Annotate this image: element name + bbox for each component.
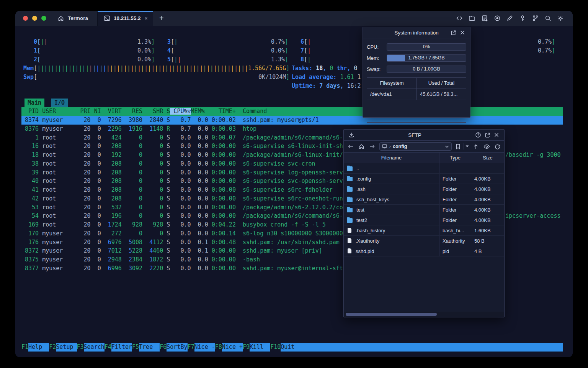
size-column-header[interactable]: Size [471,153,504,163]
sftp-file-row[interactable]: .configFolder4.00KB [344,174,504,184]
close-window-button[interactable] [23,16,28,21]
forward-icon[interactable] [369,143,376,150]
file-icon [347,238,353,243]
session-tab[interactable]: 10.211.55.2 × [97,11,153,26]
file-type [439,163,471,173]
bookmark-caret-icon[interactable] [466,145,469,148]
help-icon[interactable] [474,131,482,139]
bookmark-icon[interactable] [454,143,462,150]
fkey-label-F6[interactable]: SortBy [167,343,187,352]
fkey-F9[interactable]: F9 [243,343,250,352]
fkey-label-F5[interactable]: Tree [139,343,160,352]
zoom-window-button[interactable] [41,16,46,21]
fkey-label-F7[interactable]: Nice - [194,343,215,352]
breadcrumb-separator: › [389,144,391,149]
fkey-F10[interactable]: F10 [270,343,281,352]
pencil-icon[interactable] [506,15,514,22]
sysinfo-swap-row: Swap: 0 B / 1.00GB [367,64,466,75]
back-icon[interactable] [347,143,354,150]
key-icon[interactable] [519,15,526,22]
file-type: Folder [439,194,471,204]
search-icon[interactable] [544,15,552,22]
sftp-file-row[interactable]: testFolder4.00KB [344,205,504,215]
cpu-meter-3: 3[| 0.7%] [167,38,288,46]
swap-label: Swap: [367,66,387,72]
filesystem-row[interactable]: /dev/vda145.61GB / 58.3... [367,89,466,100]
fkey-label-F2[interactable]: Setup [56,343,77,352]
minimize-window-button[interactable] [32,16,37,21]
sftp-file-row[interactable]: sshd.pidpid4 B [344,246,504,256]
fkey-F5[interactable]: F5 [132,343,139,352]
folder-icon [347,217,353,223]
folder-icon [347,186,353,192]
open-in-window-icon[interactable] [449,29,457,36]
settings-icon[interactable] [557,15,564,22]
sftp-file-row[interactable]: test2Folder4.00KB [344,215,504,225]
fkey-F3[interactable]: F3 [77,343,84,352]
fkey-F6[interactable]: F6 [160,343,167,352]
folder-icon[interactable] [468,15,476,22]
sftp-file-row[interactable]: ssh_host_keysFolder4.00KB [344,194,504,205]
toolbar-icons [456,15,573,22]
file-type: Folder [439,205,471,215]
app-home-tab[interactable]: Termora [57,15,88,22]
htop-tab-io[interactable]: I/O [51,99,68,107]
fkey-label-F3[interactable]: Search [84,343,105,352]
process-row[interactable]: 8374 myuser 20 0 7296 3980 2840 S 0.7 0.… [21,116,563,125]
swap-value: 0 B / 1.00GB [387,66,466,72]
home-icon[interactable] [358,143,365,150]
file-type: Folder [439,184,471,194]
file-type: Xauthority [439,236,471,246]
process-table-header[interactable]: PID USER PRI NI VIRT RES SHR S CPU%▽MEM%… [21,107,563,116]
file-size [471,163,504,173]
close-panel-icon[interactable] [459,29,466,36]
sftp-table-header[interactable]: Filename Type Size [344,153,504,163]
new-tab-button[interactable]: + [159,14,164,23]
filesystem-column-header: Filesystem [367,78,417,89]
fkey-bar-fill [302,343,563,352]
traffic-lights [15,16,46,21]
sftp-file-row[interactable]: .bash_historybash_hi...1.60KB [344,225,504,236]
sysinfo-title: System information [384,30,449,36]
scrollbar-thumb[interactable] [346,313,437,316]
breadcrumb-path: config [393,144,407,149]
code-icon[interactable] [456,15,463,22]
sftp-file-row[interactable]: .. [344,163,504,174]
type-column-header[interactable]: Type [439,153,471,163]
close-tab-icon[interactable]: × [145,15,148,21]
filesystem-table: Filesystem Used / Total /dev/vda145.61GB… [367,77,466,123]
htop-tab-main[interactable]: Main [24,99,44,107]
refresh-icon[interactable] [494,143,501,150]
session-tab-label: 10.211.55.2 [114,15,141,21]
show-hidden-eye-icon[interactable] [483,143,490,150]
fkey-label-F10[interactable]: Quit [281,343,301,352]
fkey-label-F4[interactable]: Filter [111,343,132,352]
git-branch-icon[interactable] [531,15,539,22]
sftp-file-row[interactable]: .XauthorityXauthority58 B [344,236,504,246]
fkey-F4[interactable]: F4 [105,343,111,352]
log-document-icon[interactable] [481,15,488,22]
chevron-down-icon[interactable] [445,145,449,148]
horizontal-scrollbar[interactable] [344,312,504,317]
folder-icon [347,166,353,171]
download-icon[interactable] [348,131,355,139]
record-icon[interactable] [493,15,501,22]
fkey-F8[interactable]: F8 [215,343,222,352]
file-type: pid [439,246,471,256]
fkey-label-F8[interactable]: Nice + [222,343,243,352]
sysinfo-title-bar: System information [363,27,470,38]
swap-progress-bar: 0 B / 1.00GB [387,66,466,73]
sftp-file-row[interactable]: .sshFolder4.00KB [344,184,504,194]
fkey-F2[interactable]: F2 [49,343,56,352]
fkey-F7[interactable]: F7 [188,343,194,352]
sysinfo-cpu-row: CPU: 0% [367,41,466,53]
open-in-window-icon[interactable] [483,131,491,139]
up-directory-icon[interactable] [472,143,479,150]
fkey-label-F1[interactable]: Help [28,343,49,352]
file-type: bash_hi... [439,225,471,235]
filename-column-header[interactable]: Filename [344,153,439,163]
fkey-label-F9[interactable]: Kill [250,343,270,352]
path-breadcrumb[interactable]: › config [379,142,452,151]
close-panel-icon[interactable] [493,131,500,139]
fkey-F1[interactable]: F1 [21,343,28,352]
